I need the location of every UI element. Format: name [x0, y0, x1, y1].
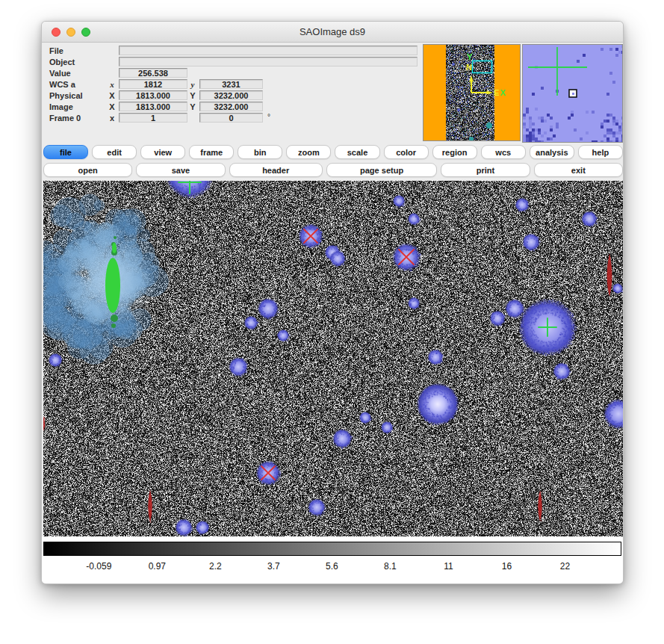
menu-file-button[interactable]: file [43, 145, 88, 159]
menu-page-setup-button[interactable]: page setup [326, 163, 438, 177]
image-x-field[interactable]: 1813.000 [119, 102, 187, 111]
menu-exit-button[interactable]: exit [534, 163, 623, 177]
colorbar-tick: 11 [444, 561, 453, 572]
wcs-x-field[interactable]: 1812 [119, 79, 187, 89]
frame-x-axis-label: x [108, 114, 117, 123]
value-field[interactable]: 256.538 [119, 68, 187, 78]
desktop: SAOImage ds9 File Object Value 256.538 W… [0, 0, 664, 644]
menu-view-button[interactable]: view [140, 145, 185, 159]
colorbar-tick: 5.6 [326, 561, 338, 572]
menu-wcs-button[interactable]: wcs [481, 145, 526, 159]
colorbar-area: -0.0590.972.23.75.68.1111622 [42, 536, 624, 584]
menu-row-secondary: opensaveheaderpage setupprintexit [43, 163, 623, 177]
physical-x-field[interactable]: 1813.000 [119, 90, 187, 100]
colorbar-gradient[interactable] [43, 542, 621, 556]
info-row-image: Image X 1813.000 Y 3232.000 [42, 102, 460, 112]
degree-suffix: ° [267, 113, 270, 121]
window-title: SAOImage ds9 [42, 22, 623, 43]
sky-image[interactable] [43, 181, 623, 536]
menu-bin-button[interactable]: bin [238, 145, 282, 159]
info-row-wcs: WCS a x 1812 y 3231 [42, 79, 460, 90]
menu-analysis-button[interactable]: analysis [530, 145, 574, 159]
wcs-y-field[interactable]: 3231 [199, 79, 263, 89]
image-y-field[interactable]: 3232.000 [199, 102, 263, 111]
physical-y-axis-label: Y [188, 91, 197, 100]
magnifier-view[interactable] [523, 45, 622, 142]
info-row-physical: Physical X 1813.000 Y 3232.000 [42, 90, 460, 101]
physical-y-field[interactable]: 3232.000 [199, 90, 263, 100]
info-row-frame: Frame 0 x 1 0 ° [42, 113, 460, 123]
menu-open-button[interactable]: open [43, 163, 132, 177]
file-label: File [49, 46, 63, 55]
menu-zoom-button[interactable]: zoom [286, 145, 331, 159]
wcs-label: WCS a [49, 80, 75, 89]
menu-region-button[interactable]: region [432, 145, 477, 159]
menu-save-button[interactable]: save [136, 163, 225, 177]
menu-print-button[interactable]: print [441, 163, 530, 177]
info-row-object: Object [42, 57, 460, 67]
menu-help-button[interactable]: help [578, 145, 623, 159]
colorbar-tick: 0.97 [149, 561, 166, 572]
image-y-axis-label: Y [188, 102, 197, 111]
frame-label: Frame 0 [49, 114, 81, 123]
wcs-x-axis-label: x [108, 80, 117, 89]
object-label: Object [49, 58, 75, 66]
colorbar-tick: 22 [560, 561, 570, 572]
colorbar-tick: -0.059 [86, 561, 111, 572]
menu-bar: fileeditviewframebinzoomscalecolorregion… [42, 143, 624, 181]
colorbar-tick: 2.2 [209, 561, 222, 572]
value-label: Value [49, 69, 71, 78]
menu-edit-button[interactable]: edit [92, 145, 137, 159]
titlebar[interactable]: SAOImage ds9 [42, 22, 623, 43]
frame-rotate-field[interactable]: 0 [199, 113, 263, 123]
colorbar-ticks: -0.0590.972.23.75.68.1111622 [43, 561, 621, 576]
physical-label: Physical [49, 91, 83, 100]
file-field[interactable] [119, 46, 418, 55]
info-panel: File Object Value 256.538 WCS a x 1812 y… [42, 43, 624, 143]
object-field[interactable] [119, 57, 418, 66]
frame-zoom-field[interactable]: 1 [119, 113, 187, 123]
physical-x-axis-label: X [108, 91, 117, 100]
image-label: Image [49, 102, 73, 111]
panner-panel [423, 44, 521, 141]
colorbar-tick: 8.1 [384, 561, 397, 572]
menu-frame-button[interactable]: frame [189, 145, 234, 159]
info-row-value: Value 256.538 [42, 68, 460, 78]
menu-header-button[interactable]: header [229, 163, 323, 177]
menu-scale-button[interactable]: scale [335, 145, 379, 159]
image-x-axis-label: X [108, 102, 117, 111]
info-row-file: File [42, 46, 460, 56]
colorbar-tick: 3.7 [267, 561, 280, 572]
panner-view[interactable] [423, 45, 520, 140]
ds9-window: SAOImage ds9 File Object Value 256.538 W… [41, 21, 624, 584]
menu-color-button[interactable]: color [384, 145, 429, 159]
colorbar-tick: 16 [502, 561, 512, 572]
wcs-y-axis-label: y [188, 80, 197, 89]
magnifier-panel [522, 44, 623, 143]
menu-row-primary: fileeditviewframebinzoomscalecolorregion… [43, 145, 623, 159]
